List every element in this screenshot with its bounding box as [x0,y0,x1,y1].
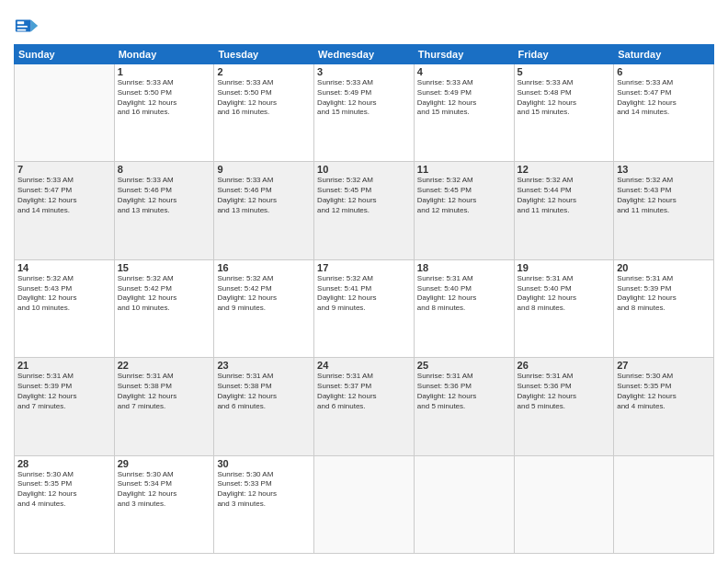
day-info: Sunrise: 5:33 AM Sunset: 5:49 PM Dayligh… [317,78,411,118]
day-info: Sunrise: 5:32 AM Sunset: 5:42 PM Dayligh… [118,274,211,314]
svg-marker-1 [31,19,38,31]
calendar-cell: 21Sunrise: 5:31 AM Sunset: 5:39 PM Dayli… [15,358,115,455]
day-info: Sunrise: 5:30 AM Sunset: 5:35 PM Dayligh… [17,470,111,510]
day-info: Sunrise: 5:32 AM Sunset: 5:43 PM Dayligh… [617,176,711,215]
day-number: 29 [118,458,211,469]
calendar-cell: 28Sunrise: 5:30 AM Sunset: 5:35 PM Dayli… [15,455,115,553]
day-number: 20 [617,262,711,273]
calendar-week-row: 7Sunrise: 5:33 AM Sunset: 5:47 PM Daylig… [15,162,714,259]
day-number: 25 [417,360,511,371]
day-number: 6 [617,66,711,77]
calendar-cell [15,64,115,162]
calendar-week-row: 28Sunrise: 5:30 AM Sunset: 5:35 PM Dayli… [15,455,714,553]
day-number: 28 [17,458,111,469]
calendar-cell: 4Sunrise: 5:33 AM Sunset: 5:49 PM Daylig… [414,64,514,162]
day-info: Sunrise: 5:33 AM Sunset: 5:49 PM Dayligh… [417,78,511,118]
weekday-header-friday: Friday [514,45,614,64]
day-number: 27 [617,360,711,371]
day-info: Sunrise: 5:33 AM Sunset: 5:50 PM Dayligh… [118,78,211,118]
calendar-header-row: SundayMondayTuesdayWednesdayThursdayFrid… [15,45,714,64]
svg-rect-4 [17,29,26,31]
day-info: Sunrise: 5:32 AM Sunset: 5:45 PM Dayligh… [317,176,411,215]
day-number: 7 [17,164,111,175]
day-info: Sunrise: 5:33 AM Sunset: 5:46 PM Dayligh… [217,176,311,215]
day-info: Sunrise: 5:33 AM Sunset: 5:47 PM Dayligh… [17,176,111,215]
calendar-cell: 23Sunrise: 5:31 AM Sunset: 5:38 PM Dayli… [214,358,314,455]
svg-rect-3 [17,26,28,28]
day-number: 19 [518,262,611,273]
calendar-cell: 8Sunrise: 5:33 AM Sunset: 5:46 PM Daylig… [114,162,214,259]
calendar-cell: 20Sunrise: 5:31 AM Sunset: 5:39 PM Dayli… [614,259,714,357]
calendar-cell: 19Sunrise: 5:31 AM Sunset: 5:40 PM Dayli… [514,259,614,357]
day-number: 1 [118,66,211,77]
day-number: 13 [617,164,711,175]
day-number: 26 [518,360,611,371]
day-number: 17 [317,262,411,273]
calendar-cell: 30Sunrise: 5:30 AM Sunset: 5:33 PM Dayli… [214,455,314,553]
day-info: Sunrise: 5:31 AM Sunset: 5:40 PM Dayligh… [417,274,511,314]
weekday-header-monday: Monday [114,45,214,64]
calendar-cell: 22Sunrise: 5:31 AM Sunset: 5:38 PM Dayli… [114,358,214,455]
calendar-cell [514,455,614,553]
day-info: Sunrise: 5:32 AM Sunset: 5:42 PM Dayligh… [217,274,311,314]
day-info: Sunrise: 5:30 AM Sunset: 5:33 PM Dayligh… [217,470,311,510]
calendar-cell: 26Sunrise: 5:31 AM Sunset: 5:36 PM Dayli… [514,358,614,455]
calendar-cell: 9Sunrise: 5:33 AM Sunset: 5:46 PM Daylig… [214,162,314,259]
day-number: 16 [217,262,311,273]
calendar: SundayMondayTuesdayWednesdayThursdayFrid… [14,44,714,554]
day-info: Sunrise: 5:32 AM Sunset: 5:44 PM Dayligh… [518,176,611,215]
day-info: Sunrise: 5:30 AM Sunset: 5:34 PM Dayligh… [118,470,211,510]
calendar-cell: 14Sunrise: 5:32 AM Sunset: 5:43 PM Dayli… [15,259,115,357]
calendar-cell: 18Sunrise: 5:31 AM Sunset: 5:40 PM Dayli… [414,259,514,357]
day-info: Sunrise: 5:31 AM Sunset: 5:37 PM Dayligh… [317,372,411,411]
calendar-week-row: 14Sunrise: 5:32 AM Sunset: 5:43 PM Dayli… [15,259,714,357]
day-number: 4 [417,66,511,77]
day-info: Sunrise: 5:31 AM Sunset: 5:38 PM Dayligh… [118,372,211,411]
day-number: 5 [518,66,611,77]
day-number: 9 [217,164,311,175]
day-number: 12 [518,164,611,175]
calendar-cell: 25Sunrise: 5:31 AM Sunset: 5:36 PM Dayli… [414,358,514,455]
calendar-cell: 17Sunrise: 5:32 AM Sunset: 5:41 PM Dayli… [314,259,415,357]
weekday-header-saturday: Saturday [614,45,714,64]
day-info: Sunrise: 5:33 AM Sunset: 5:47 PM Dayligh… [617,78,711,118]
calendar-cell: 15Sunrise: 5:32 AM Sunset: 5:42 PM Dayli… [114,259,214,357]
day-number: 18 [417,262,511,273]
day-number: 14 [17,262,111,273]
calendar-cell: 29Sunrise: 5:30 AM Sunset: 5:34 PM Dayli… [114,455,214,553]
calendar-cell: 1Sunrise: 5:33 AM Sunset: 5:50 PM Daylig… [114,64,214,162]
logo [14,13,43,39]
day-info: Sunrise: 5:31 AM Sunset: 5:39 PM Dayligh… [17,372,111,411]
calendar-cell: 7Sunrise: 5:33 AM Sunset: 5:47 PM Daylig… [15,162,115,259]
day-number: 24 [317,360,411,371]
calendar-cell: 27Sunrise: 5:30 AM Sunset: 5:35 PM Dayli… [614,358,714,455]
calendar-cell [414,455,514,553]
day-number: 22 [118,360,211,371]
calendar-cell: 2Sunrise: 5:33 AM Sunset: 5:50 PM Daylig… [214,64,314,162]
logo-icon [14,13,40,39]
day-info: Sunrise: 5:31 AM Sunset: 5:40 PM Dayligh… [518,274,611,314]
day-number: 2 [217,66,311,77]
calendar-cell: 24Sunrise: 5:31 AM Sunset: 5:37 PM Dayli… [314,358,415,455]
day-info: Sunrise: 5:33 AM Sunset: 5:48 PM Dayligh… [518,78,611,118]
header [14,9,714,39]
calendar-cell: 11Sunrise: 5:32 AM Sunset: 5:45 PM Dayli… [414,162,514,259]
weekday-header-thursday: Thursday [414,45,514,64]
day-info: Sunrise: 5:32 AM Sunset: 5:41 PM Dayligh… [317,274,411,314]
weekday-header-tuesday: Tuesday [214,45,314,64]
day-number: 30 [217,458,311,469]
weekday-header-wednesday: Wednesday [314,45,415,64]
day-info: Sunrise: 5:33 AM Sunset: 5:46 PM Dayligh… [118,176,211,215]
day-info: Sunrise: 5:31 AM Sunset: 5:38 PM Dayligh… [217,372,311,411]
day-info: Sunrise: 5:30 AM Sunset: 5:35 PM Dayligh… [617,372,711,411]
day-info: Sunrise: 5:32 AM Sunset: 5:43 PM Dayligh… [17,274,111,314]
day-number: 15 [118,262,211,273]
calendar-cell: 6Sunrise: 5:33 AM Sunset: 5:47 PM Daylig… [614,64,714,162]
calendar-week-row: 1Sunrise: 5:33 AM Sunset: 5:50 PM Daylig… [15,64,714,162]
day-number: 3 [317,66,411,77]
day-info: Sunrise: 5:33 AM Sunset: 5:50 PM Dayligh… [217,78,311,118]
day-number: 8 [118,164,211,175]
calendar-week-row: 21Sunrise: 5:31 AM Sunset: 5:39 PM Dayli… [15,358,714,455]
calendar-cell [314,455,415,553]
weekday-header-sunday: Sunday [15,45,115,64]
